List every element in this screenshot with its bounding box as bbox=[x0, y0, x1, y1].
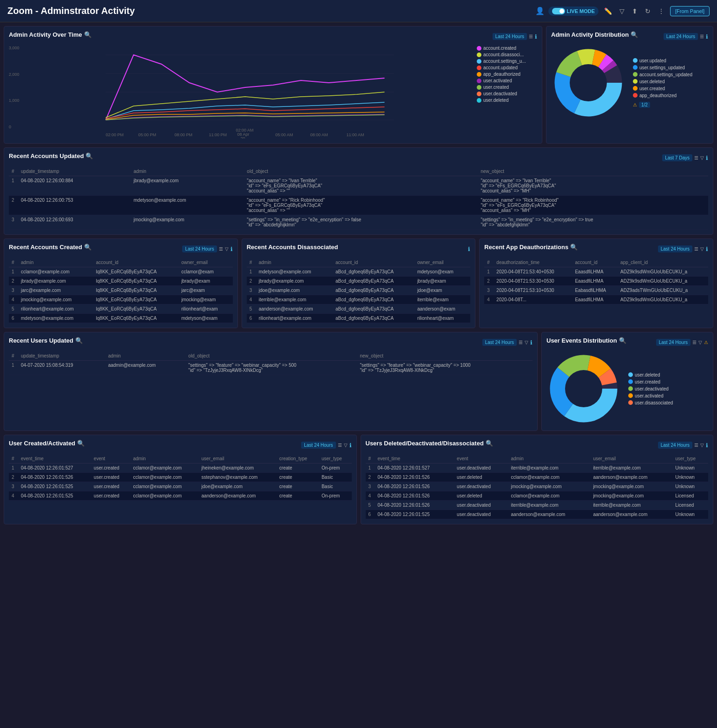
col-num: # bbox=[9, 167, 18, 176]
share-icon[interactable]: ⬆ bbox=[630, 6, 639, 17]
table-row: 4jmocking@example.comlq8KK_EoRCq6ByEyA73… bbox=[9, 295, 233, 304]
search-icon[interactable]: 🔍 bbox=[619, 337, 626, 344]
y-axis: 3,000 2,000 1,000 0 bbox=[9, 46, 25, 129]
live-mode-toggle[interactable]: LIVE MODE bbox=[548, 7, 599, 16]
time-range-badge: Last 24 Hours bbox=[658, 245, 692, 252]
time-range-badge: Last 24 Hours bbox=[301, 442, 335, 449]
filter-icon[interactable]: ☰ bbox=[692, 340, 697, 345]
table-row: 4 04-08-2020 12:26:01:525 user.created c… bbox=[9, 491, 352, 501]
search-icon[interactable]: 🔍 bbox=[75, 337, 83, 344]
filter2-icon[interactable]: ▽ bbox=[344, 443, 348, 448]
edit-icon[interactable]: ✏️ bbox=[602, 6, 614, 17]
refresh-icon[interactable]: ↻ bbox=[643, 6, 652, 17]
table-row: 5aanderson@example.comaBcd_dgfoeq6ByEyA7… bbox=[247, 304, 471, 314]
info-icon: ℹ bbox=[530, 339, 533, 346]
filter-icon[interactable]: ☰ bbox=[700, 34, 704, 39]
legend-item-user-created: user.created bbox=[477, 85, 537, 90]
distribution-header: Admin Activity Distribution 🔍 Last 24 Ho… bbox=[551, 31, 708, 42]
line-chart: 3,000 2,000 1,000 0 .grid-line { stroke:… bbox=[9, 46, 473, 139]
table-row: 22020-04-08T21:53:30+0530EaasdfiLHMAADZ9… bbox=[484, 277, 708, 286]
col-admin: admin bbox=[131, 167, 244, 176]
activity-over-time-controls: Last 24 Hours ☰ ℹ bbox=[493, 33, 537, 40]
col-event: event bbox=[91, 454, 131, 463]
filter-icon[interactable]: ☰ bbox=[529, 34, 533, 39]
users-updated-controls: Last 24 Hours ☰ ▽ ℹ bbox=[482, 339, 533, 346]
legend-item-user-updated: user.updated bbox=[633, 58, 692, 63]
svg-text:20: 20 bbox=[241, 136, 245, 139]
table-row: 6rilionheart@example.comaBcd_dgfoeq6ByEy… bbox=[247, 314, 471, 323]
table-row: 6 04-08-2020 12:26:01:525 user.deactivat… bbox=[366, 510, 709, 519]
accounts-disassociated-table: # admin account_id owner_email 1mdetyson… bbox=[247, 258, 471, 323]
more-icon[interactable]: ⋮ bbox=[656, 6, 666, 17]
col-admin: admin bbox=[508, 454, 591, 463]
table-row: 5 04-08-2020 12:26:01:526 user.deactivat… bbox=[366, 501, 709, 510]
legend-dot bbox=[477, 98, 481, 103]
filter-icon[interactable]: ☰ bbox=[694, 246, 698, 251]
users-updated-header: Recent Users Updated 🔍 Last 24 Hours ☰ ▽… bbox=[9, 337, 533, 348]
col-new-object: new_object bbox=[357, 351, 533, 361]
table-row: 42020-04-08T...EaasdfiLHMAADZ9k9sdWmGUoU… bbox=[484, 295, 708, 304]
row-three-panels: Recent Accounts Created 🔍 Last 24 Hours … bbox=[4, 238, 713, 328]
col-timestamp: update_timestamp bbox=[18, 167, 131, 176]
search-icon[interactable]: 🔍 bbox=[84, 31, 92, 38]
legend-dot bbox=[477, 85, 481, 90]
from-panel-button[interactable]: [From Panel] bbox=[670, 6, 710, 16]
time-range-badge: Last 24 Hours bbox=[482, 339, 517, 346]
filter2-icon[interactable]: ▽ bbox=[225, 246, 229, 251]
user-created-controls: Last 24 Hours ☰ ▽ ℹ bbox=[301, 442, 351, 449]
table-row: 2jbrady@example.comaBcd_dgfoeq6ByEyA73qC… bbox=[247, 277, 471, 286]
filter-icon[interactable]: ☰ bbox=[694, 155, 698, 160]
users-updated-table: # update_timestamp admin old_object new_… bbox=[9, 351, 533, 375]
warning-icon: ⚠ bbox=[704, 340, 708, 345]
svg-point-29 bbox=[565, 370, 602, 407]
recent-accounts-updated-panel: Recent Accounts Updated 🔍 Last 7 Days ☰ … bbox=[4, 147, 713, 235]
table-row: 2jbrady@example.comlq8KK_EoRCq6ByEyA73qC… bbox=[9, 277, 233, 286]
table-row: 2 04-08-2020 12:26:01:526 user.deleted c… bbox=[366, 473, 709, 482]
col-num: # bbox=[9, 258, 18, 267]
search-icon[interactable]: 🔍 bbox=[631, 31, 638, 38]
donut-legend: user.updated user.settings_updated accou… bbox=[633, 58, 692, 108]
table-row: 3 04-08-2020 12:26:01:525 user.created c… bbox=[9, 482, 352, 491]
filter2-icon[interactable]: ▽ bbox=[700, 246, 704, 251]
pagination-badge[interactable]: 1/2 bbox=[639, 102, 650, 108]
search-icon[interactable]: 🔍 bbox=[86, 152, 93, 159]
search-icon[interactable]: 🔍 bbox=[486, 440, 493, 447]
filter-icon[interactable]: ☰ bbox=[519, 340, 523, 345]
legend-dot bbox=[633, 65, 638, 70]
col-owner-email: owner_email bbox=[178, 258, 233, 267]
filter2-icon[interactable]: ▽ bbox=[525, 340, 528, 345]
activity-over-time-header: Admin Activity Over Time 🔍 Last 24 Hours… bbox=[9, 31, 537, 42]
legend-dot bbox=[477, 46, 481, 51]
table-row: 6mdetyson@example.comlq8KK_EoRCq6ByEyA73… bbox=[9, 314, 233, 323]
col-admin: admin bbox=[256, 258, 333, 267]
chart-legend: account.created account.disassoci... acc… bbox=[477, 46, 537, 139]
table-row: 12020-04-08T21:53:40+0530EaasdfiLHMAADZ9… bbox=[484, 267, 708, 277]
filter2-icon[interactable]: ▽ bbox=[700, 443, 704, 448]
search-icon[interactable]: 🔍 bbox=[77, 440, 85, 447]
legend-dot bbox=[477, 59, 481, 64]
filter-icon[interactable]: ☰ bbox=[219, 246, 223, 251]
search-icon[interactable]: 🔍 bbox=[570, 244, 578, 251]
recent-app-deauth-panel: Recent App Deauthorizations 🔍 Last 24 Ho… bbox=[479, 238, 713, 328]
filter-icon[interactable]: ☰ bbox=[338, 443, 342, 448]
legend-dot bbox=[477, 79, 481, 83]
user-events-distribution-panel: User Events Distribution 🔍 Last 24 Hours… bbox=[541, 332, 713, 431]
legend-dot bbox=[633, 79, 638, 84]
filter-icon[interactable]: ▽ bbox=[618, 6, 626, 17]
legend-item-account-settings: account.settings_u... bbox=[477, 59, 537, 64]
accounts-created-header: Recent Accounts Created 🔍 Last 24 Hours … bbox=[9, 244, 233, 254]
toggle-switch[interactable] bbox=[552, 8, 565, 14]
table-row: 1 04-07-2020 15:08:54:319 aadmin@example… bbox=[9, 361, 533, 375]
recent-accounts-created-panel: Recent Accounts Created 🔍 Last 24 Hours … bbox=[4, 238, 238, 328]
filter-icon[interactable]: ☰ bbox=[694, 443, 698, 448]
search-icon[interactable]: 🔍 bbox=[84, 244, 92, 251]
accounts-created-controls: Last 24 Hours ☰ ▽ ℹ bbox=[182, 245, 232, 252]
filter2-icon[interactable]: ▽ bbox=[700, 155, 704, 160]
table-row: 4iterrible@example.comaBcd_dgfoeq6ByEyA7… bbox=[247, 295, 471, 304]
legend-item-user-deleted: user.deleted bbox=[628, 372, 673, 377]
legend-item-user-deleted: user.deleted bbox=[633, 79, 692, 84]
legend-dot bbox=[633, 86, 638, 91]
col-num: # bbox=[366, 454, 375, 463]
filter2-icon[interactable]: ▽ bbox=[698, 340, 702, 345]
table-row: 4 04-08-2020 12:26:01:526 user.deleted c… bbox=[366, 491, 709, 501]
